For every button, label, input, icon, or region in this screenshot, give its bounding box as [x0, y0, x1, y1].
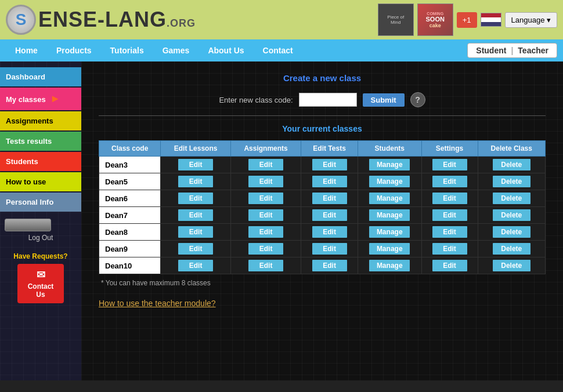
table-row: Dean6EditEditEditManageEditDelete — [99, 190, 546, 207]
edit-tests-button[interactable]: Edit — [312, 193, 347, 204]
manage-students-button[interactable]: Manage — [369, 209, 410, 221]
student-teacher-toggle[interactable]: Student | Teacher — [467, 43, 557, 58]
col-edit-tests: Edit Tests — [301, 141, 358, 157]
edit-assignments-button[interactable]: Edit — [248, 193, 283, 204]
edit-assignments-button[interactable]: Edit — [248, 243, 283, 255]
enter-code-label: Enter new class code: — [219, 96, 293, 104]
manage-students-button[interactable]: Manage — [369, 226, 410, 238]
sidebar-item-tests-results[interactable]: Tests results — [0, 132, 81, 151]
edit-tests-button[interactable]: Edit — [312, 226, 347, 238]
max-classes-note: * You can have maximum 8 classes — [101, 279, 546, 287]
edit-assignments-button[interactable]: Edit — [248, 260, 283, 271]
class-code-cell: Dean8 — [99, 224, 161, 241]
delete-class-button[interactable]: Delete — [493, 159, 530, 170]
edit-tests-button[interactable]: Edit — [312, 243, 347, 255]
teacher-label[interactable]: Teacher — [518, 46, 548, 55]
student-label[interactable]: Student — [476, 46, 506, 55]
nav-home[interactable]: Home — [6, 41, 47, 60]
class-code-cell: Dean9 — [99, 241, 161, 257]
active-arrow-icon: ► — [50, 93, 60, 105]
delete-class-button[interactable]: Delete — [493, 193, 530, 204]
table-row: Dean8EditEditEditManageEditDelete — [99, 224, 546, 241]
manage-students-button[interactable]: Manage — [369, 260, 410, 271]
class-code-input[interactable] — [299, 93, 357, 107]
nav-games[interactable]: Games — [153, 41, 199, 60]
edit-tests-button[interactable]: Edit — [312, 176, 347, 187]
sidebar-item-assignments[interactable]: Assignments — [0, 111, 81, 130]
manage-students-button[interactable]: Manage — [369, 243, 410, 255]
edit-tests-button[interactable]: Edit — [312, 159, 347, 170]
sidebar-item-personal-info[interactable]: Personal Info — [0, 193, 81, 212]
edit-settings-button[interactable]: Edit — [432, 226, 467, 238]
gplus-button[interactable]: +1 — [457, 12, 477, 28]
delete-class-button[interactable]: Delete — [493, 243, 530, 255]
nav-about-us[interactable]: About Us — [199, 41, 253, 60]
delete-class-button[interactable]: Delete — [493, 260, 530, 271]
edit-lessons-button[interactable]: Edit — [178, 193, 213, 204]
delete-class-button[interactable]: Delete — [493, 226, 530, 238]
col-edit-lessons: Edit Lessons — [161, 141, 231, 157]
sidebar-item-my-classes[interactable]: My classes ► — [0, 88, 81, 110]
edit-settings-button[interactable]: Edit — [432, 193, 467, 204]
edit-lessons-button[interactable]: Edit — [178, 159, 213, 170]
sidebar-item-dashboard[interactable]: Dashboard — [0, 67, 81, 86]
delete-class-button[interactable]: Delete — [493, 176, 530, 187]
logo-icon: S — [6, 5, 36, 35]
logout-bar — [5, 219, 51, 231]
content-area: Create a new class Enter new class code:… — [81, 61, 563, 380]
submit-button[interactable]: Submit — [363, 93, 405, 107]
your-classes-title: Your current classes — [99, 124, 546, 133]
edit-lessons-button[interactable]: Edit — [178, 243, 213, 255]
sidebar: Dashboard My classes ► Assignments Tests… — [0, 61, 81, 380]
header-right: Piece of Mind COMING SOON cake +1 Langua… — [378, 3, 557, 36]
header: S ENSE-LANG.ORG Piece of Mind COMING SOO… — [0, 0, 563, 39]
nav-products[interactable]: Products — [47, 41, 101, 60]
piece-of-mind-banner[interactable]: Piece of Mind — [378, 3, 414, 36]
sidebar-item-students[interactable]: Students — [0, 152, 81, 171]
sidebar-item-how-to-use[interactable]: How to use — [0, 172, 81, 191]
edit-lessons-button[interactable]: Edit — [178, 209, 213, 221]
delete-class-button[interactable]: Delete — [493, 209, 530, 221]
col-assignments: Assignments — [230, 141, 301, 157]
manage-students-button[interactable]: Manage — [369, 193, 410, 204]
edit-settings-button[interactable]: Edit — [432, 176, 467, 187]
edit-assignments-button[interactable]: Edit — [248, 176, 283, 187]
class-code-cell: Dean6 — [99, 190, 161, 207]
how-to-teacher-module-link[interactable]: How to use the teacher module? — [99, 299, 216, 308]
contact-us-button[interactable]: ✉ Contact Us — [17, 264, 64, 303]
flag-icon[interactable] — [481, 13, 501, 27]
edit-assignments-button[interactable]: Edit — [248, 209, 283, 221]
edit-tests-button[interactable]: Edit — [312, 260, 347, 271]
help-button[interactable]: ? — [410, 92, 425, 107]
navbar: Home Products Tutorials Games About Us C… — [0, 39, 563, 61]
class-code-cell: Dean5 — [99, 173, 161, 190]
nav-tutorials[interactable]: Tutorials — [101, 41, 153, 60]
main-layout: Dashboard My classes ► Assignments Tests… — [0, 61, 563, 380]
manage-students-button[interactable]: Manage — [369, 176, 410, 187]
edit-assignments-button[interactable]: Edit — [248, 159, 283, 170]
edit-settings-button[interactable]: Edit — [432, 243, 467, 255]
edit-assignments-button[interactable]: Edit — [248, 226, 283, 238]
col-students: Students — [358, 141, 421, 157]
edit-settings-button[interactable]: Edit — [432, 159, 467, 170]
edit-settings-button[interactable]: Edit — [432, 260, 467, 271]
coming-soon-banner[interactable]: COMING SOON cake — [417, 3, 453, 36]
table-row: Dean5EditEditEditManageEditDelete — [99, 173, 546, 190]
table-row: Dean3EditEditEditManageEditDelete — [99, 157, 546, 173]
mail-icon: ✉ — [23, 268, 58, 281]
manage-students-button[interactable]: Manage — [369, 159, 410, 170]
language-dropdown[interactable]: Language ▾ — [505, 12, 557, 28]
logout-button[interactable]: Log Out — [5, 234, 77, 242]
table-row: Dean7EditEditEditManageEditDelete — [99, 207, 546, 224]
nav-contact[interactable]: Contact — [254, 41, 302, 60]
section-divider — [99, 115, 546, 116]
col-class-code: Class code — [99, 141, 161, 157]
edit-lessons-button[interactable]: Edit — [178, 260, 213, 271]
edit-tests-button[interactable]: Edit — [312, 209, 347, 221]
edit-lessons-button[interactable]: Edit — [178, 176, 213, 187]
edit-lessons-button[interactable]: Edit — [178, 226, 213, 238]
edit-settings-button[interactable]: Edit — [432, 209, 467, 221]
logo-text: ENSE-LANG.ORG — [38, 8, 196, 32]
create-class-title: Create a new class — [99, 73, 546, 83]
class-code-cell: Dean3 — [99, 157, 161, 173]
